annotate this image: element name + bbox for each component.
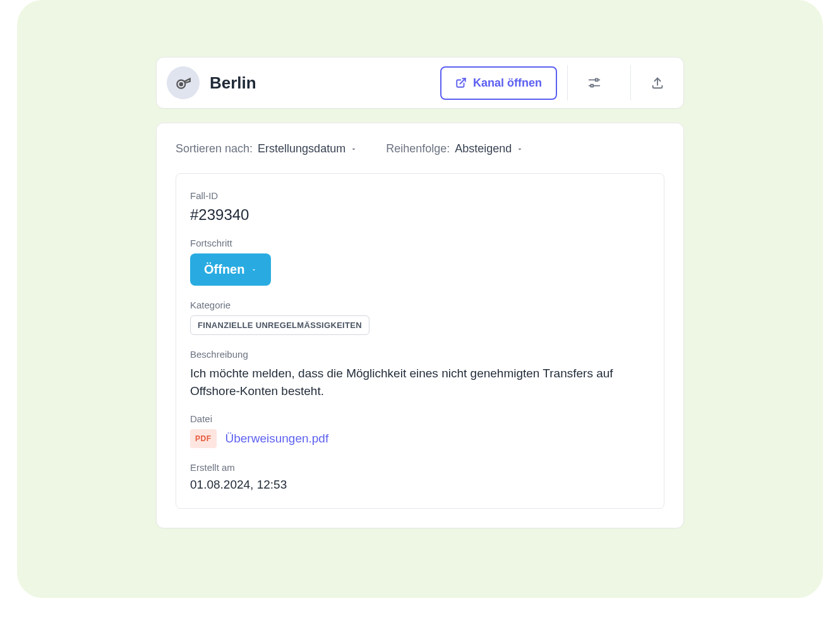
case-card: Fall-ID #239340 Fortschritt Öffnen Kateg… bbox=[176, 173, 664, 509]
case-list-panel: Sortieren nach: Erstellungsdatum Reihenf… bbox=[156, 123, 684, 528]
sliders-icon bbox=[587, 76, 601, 90]
progress-dropdown[interactable]: Öffnen bbox=[190, 253, 271, 286]
svg-rect-6 bbox=[591, 85, 593, 87]
open-channel-label: Kanal öffnen bbox=[473, 76, 542, 90]
channel-avatar bbox=[167, 66, 200, 99]
sort-by-dropdown[interactable]: Erstellungsdatum bbox=[258, 142, 357, 155]
sort-by-label: Sortieren nach: bbox=[176, 142, 253, 155]
order-value: Absteigend bbox=[455, 142, 512, 155]
created-at-label: Erstellt am bbox=[190, 462, 650, 473]
chevron-down-icon bbox=[251, 267, 257, 273]
upload-icon bbox=[651, 76, 664, 90]
category-label: Kategorie bbox=[190, 300, 650, 310]
description-label: Beschreibung bbox=[190, 349, 650, 360]
sort-controls: Sortieren nach: Erstellungsdatum Reihenf… bbox=[176, 142, 664, 155]
open-channel-button[interactable]: Kanal öffnen bbox=[440, 66, 557, 100]
settings-button[interactable] bbox=[567, 65, 620, 100]
channel-header: Berlin Kanal öffnen bbox=[156, 57, 684, 109]
whistle-icon bbox=[175, 75, 191, 91]
category-chip: FINANZIELLE UNREGELMÄSSIGKEITEN bbox=[190, 315, 369, 335]
export-button[interactable] bbox=[630, 65, 683, 100]
pdf-badge: PDF bbox=[190, 429, 217, 448]
description-text: Ich möchte melden, dass die Möglichkeit … bbox=[190, 365, 650, 399]
page-container: Berlin Kanal öffnen bbox=[17, 0, 823, 598]
svg-rect-5 bbox=[595, 79, 597, 82]
file-link[interactable]: Überweisungen.pdf bbox=[225, 432, 329, 446]
svg-line-2 bbox=[460, 78, 465, 83]
chevron-down-icon bbox=[350, 145, 357, 153]
chevron-down-icon bbox=[516, 145, 524, 153]
progress-value: Öffnen bbox=[204, 262, 244, 277]
sort-by-value: Erstellungsdatum bbox=[258, 142, 345, 155]
case-id-value: #239340 bbox=[190, 206, 650, 224]
order-label: Reihenfolge: bbox=[386, 142, 450, 155]
progress-label: Fortschritt bbox=[190, 238, 650, 248]
case-id-label: Fall-ID bbox=[190, 190, 650, 201]
channel-title: Berlin bbox=[210, 73, 430, 93]
external-link-icon bbox=[455, 77, 467, 88]
file-label: Datei bbox=[190, 413, 650, 424]
svg-point-1 bbox=[180, 83, 183, 85]
created-at-value: 01.08.2024, 12:53 bbox=[190, 478, 650, 492]
order-dropdown[interactable]: Absteigend bbox=[455, 142, 524, 155]
